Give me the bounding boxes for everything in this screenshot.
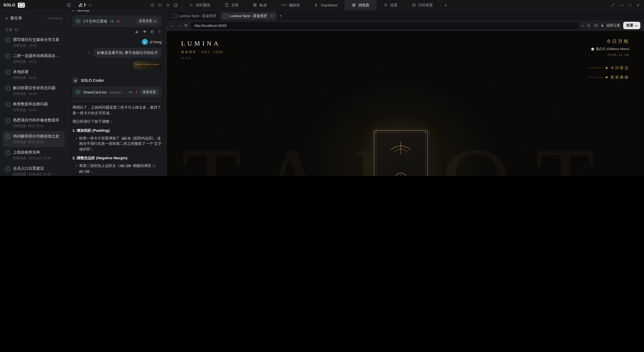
url-dropdown-icon[interactable]	[581, 24, 584, 27]
moon-phase-widget: 今日月相 盈凸月 (Gibbous Moon) 2025.12.28	[591, 38, 629, 57]
file-diff-card[interactable]: </> ShareCard.tsx components\ShareCard.t…	[72, 86, 162, 98]
url-bar[interactable]: http://localhost:3000/	[191, 22, 578, 29]
task-meta: 任务完成 · 12月24日 21:15	[13, 172, 51, 176]
task-list-item[interactable]: ✓ 会员入口位置建议 任务完成 · 12月24日 21:15	[3, 163, 65, 176]
tab-label: 编辑器	[289, 2, 300, 7]
code-icon: </>	[76, 18, 81, 24]
nav-item-daily-stars[interactable]: 今日星启	[587, 65, 629, 70]
tab-supabase[interactable]: Supabase	[308, 0, 345, 10]
view-changes-button[interactable]: 查看变更	[136, 18, 159, 24]
usage-icon[interactable]	[150, 3, 155, 7]
tab-settings[interactable]: 设置	[377, 0, 405, 10]
moon-title: 今日月相	[591, 38, 629, 44]
topbar: SOLO 占卜	[0, 0, 644, 10]
thumbs-up-icon[interactable]	[135, 30, 139, 34]
task-list-item[interactable]: ✓ 检查数据库连接问题 任务完成 · 11:21	[3, 99, 65, 115]
minimize-button[interactable]: —	[620, 3, 624, 7]
browser-tab-title: Lumina Tarot - 星途塔罗	[230, 13, 267, 18]
tab-label: 文档	[231, 2, 238, 7]
app-logo-icon	[18, 2, 25, 7]
chevron-down-icon	[635, 24, 638, 27]
tab-docs[interactable]: 文档	[218, 0, 246, 10]
history-icon[interactable]	[587, 23, 591, 27]
task-check-icon: ✓	[5, 150, 10, 155]
artifacts-heading: 产物汇总	[72, 10, 162, 12]
nav-item-star-codex[interactable]: 星辰典籍	[587, 75, 629, 80]
task-list-item[interactable]: ✓ 二拼一选题和动画我喜欢里... 任务完成 · 14:21	[3, 51, 65, 67]
task-list-item[interactable]: ✓ 解决部署后登录状态问题 任务完成 · 14:30	[3, 83, 65, 99]
nav-line	[587, 77, 603, 77]
chevron-down-icon	[88, 3, 92, 6]
popout-icon[interactable]	[611, 3, 615, 7]
forward-icon[interactable]: →	[178, 23, 182, 28]
new-task-label: 新任务	[10, 15, 22, 21]
browser-tab-active[interactable]: Lumina Tarot - 星途塔罗 ×	[220, 12, 276, 20]
files-changed-label: 1个文件已更改	[83, 18, 107, 24]
add-panel-tab-button[interactable]: +	[440, 0, 451, 10]
feedback-row: ↻	[73, 29, 161, 34]
new-browser-tab-button[interactable]: +	[277, 12, 284, 19]
task-list-item[interactable]: ✓ 本地部署 任务完成 · 13:51	[3, 67, 65, 83]
task-meta: 任务完成 · 14:30	[13, 92, 56, 96]
assistant-avatar-icon: ▣	[72, 77, 78, 83]
user-message-row: ↩ 好像还是看不到, 要不你留出字的位子	[72, 48, 162, 58]
app-logo-text: SOLO	[3, 3, 16, 7]
assistant-row: ▣ SOLO Coder	[72, 77, 162, 83]
close-button[interactable]: ×	[637, 2, 639, 7]
assistant-block: •将第二排的负上边距从 -mt-20 稍微回调至 -mt-16 。	[72, 163, 162, 174]
tasks-header: 任务 12	[3, 23, 65, 34]
tab-browser[interactable]: 浏览器	[345, 0, 377, 10]
tab-integrations[interactable]: 集成	[246, 0, 274, 10]
view-changes-button[interactable]: 查看变更	[140, 89, 159, 95]
task-title: 会员入口位置建议	[13, 166, 51, 171]
back-icon[interactable]: ←	[170, 23, 174, 28]
file-changes-card[interactable]: </> 1个文件已更改 +9 -5 查看变更	[72, 15, 162, 27]
assistant-block: 我明白了，之前的问题是第二排卡片上移太多，遮挡了第一排卡片的文字区域。	[72, 105, 162, 116]
code-icon: </>	[281, 3, 286, 7]
task-title: 检查数据库连接问题	[13, 102, 48, 107]
view-changes-label: 查看变更	[142, 90, 156, 94]
nav-line	[587, 68, 603, 68]
task-list-item[interactable]: ✓ 上线前检查清单 任务完成 · 12月24日 21:56	[3, 147, 65, 163]
tab-live-preview[interactable]: 实时预览	[182, 0, 218, 10]
cursor-icon	[601, 24, 604, 27]
tab-editor[interactable]: </> 编辑器	[274, 0, 308, 10]
task-check-icon: ✓	[5, 70, 10, 75]
chat-history-icon[interactable]	[158, 3, 162, 7]
maximize-button[interactable]: □	[629, 3, 632, 7]
task-title: 询问解答部分功能添加之处	[13, 134, 59, 139]
attachment-thumbnail[interactable]	[134, 61, 162, 69]
site-brand: LUMINA 星途塔罗 · EST. 2024 v1.0.2	[181, 40, 223, 60]
tarot-card[interactable]	[372, 128, 430, 176]
tab-code-changes[interactable]: 代码变更	[405, 0, 440, 10]
regenerate-icon[interactable]: ↻	[158, 29, 161, 34]
layout-columns-icon[interactable]	[174, 3, 178, 7]
user-row: yl yl hong	[72, 39, 162, 45]
deploy-button[interactable]: 部署	[623, 22, 640, 29]
settings-gear-icon[interactable]	[166, 3, 170, 7]
chat-scroll-area[interactable]: 产物汇总 </> 1个文件已更改 +9 -5 查看变更 ↻	[72, 10, 162, 176]
select-element-button[interactable]: 选择元素	[601, 23, 620, 28]
reply-icon[interactable]: ↩	[88, 51, 90, 55]
moon-phase-icon	[591, 48, 594, 51]
new-task-button[interactable]: + 新任务 Ctrl+Alt+N	[3, 13, 65, 23]
reload-icon[interactable]: ↻	[184, 23, 188, 28]
mode-dropdown[interactable]: 占卜	[79, 2, 87, 8]
close-tab-icon[interactable]: ×	[271, 14, 273, 18]
task-meta: 任务完成 · 12月24日 21:56	[13, 156, 51, 161]
tab-label: 实时预览	[196, 2, 210, 7]
responsive-mode-icon[interactable]	[594, 23, 598, 27]
task-list-item[interactable]: ✓ 熟悉项目代码并修改数据库 任务完成 · 昨天 23:11	[3, 115, 65, 131]
thumbs-down-icon[interactable]	[142, 30, 146, 34]
task-list-item[interactable]: ✓ 撰写项目社交媒体分享文案 任务完成 · 14:25	[3, 34, 65, 51]
chat-panel: 产物汇总 </> 1个文件已更改 +9 -5 查看变更 ↻	[68, 10, 167, 176]
task-title: 二拼一选题和动画我喜欢里...	[13, 53, 62, 58]
task-check-icon: ✓	[5, 102, 10, 107]
tab-label: 集成	[259, 2, 267, 7]
copy-icon[interactable]	[150, 30, 154, 34]
assistant-block: 我已经进行了如下调整：	[72, 119, 162, 124]
browser-tab-inactive[interactable]: Lumina Tarot - 星途塔罗	[170, 12, 220, 20]
favicon	[224, 14, 228, 18]
sidebar-collapse-icon[interactable]	[67, 3, 71, 7]
task-list-item[interactable]: ✓ 询问解答部分功能添加之处 任务完成 · 昨天 19:16	[3, 131, 65, 147]
